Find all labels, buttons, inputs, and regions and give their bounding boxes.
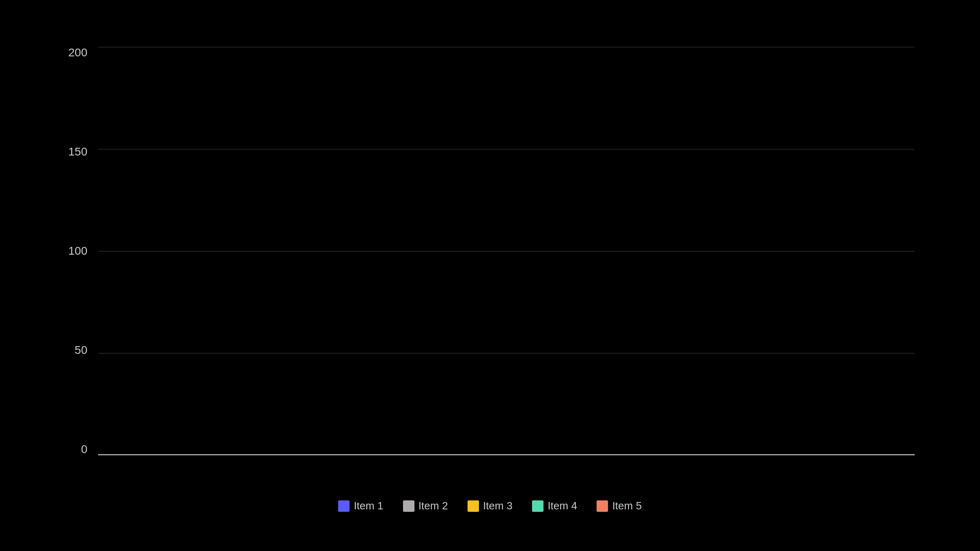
legend-swatch (468, 500, 479, 512)
legend-item: Item 1 (338, 500, 383, 512)
chart-area (98, 47, 915, 455)
legend-item: Item 4 (532, 500, 577, 512)
legend-swatch (597, 500, 608, 512)
legend-item: Item 3 (468, 500, 512, 512)
grid-line (98, 455, 915, 455)
legend-swatch (403, 500, 414, 512)
legend-label: Item 3 (483, 500, 512, 512)
legend-item: Item 5 (597, 500, 641, 512)
y-axis-label: 200 (68, 47, 87, 58)
legend-swatch (338, 500, 350, 512)
y-axis-labels: 200150100500 (41, 47, 94, 455)
legend-item: Item 2 (403, 500, 448, 512)
legend-label: Item 5 (612, 500, 641, 512)
y-axis-label: 100 (68, 245, 87, 257)
legend: Item 1Item 2Item 3Item 4Item 5 (41, 500, 939, 512)
y-axis-label: 0 (81, 444, 87, 455)
legend-label: Item 1 (354, 500, 383, 512)
chart-container: 200150100500 Item 1Item 2Item 3Item 4Ite… (41, 31, 939, 520)
legend-label: Item 2 (419, 500, 448, 512)
y-axis-label: 150 (68, 146, 87, 158)
y-axis-label: 50 (75, 344, 87, 356)
bars-wrapper (98, 47, 915, 455)
legend-label: Item 4 (548, 500, 577, 512)
legend-swatch (532, 500, 543, 512)
